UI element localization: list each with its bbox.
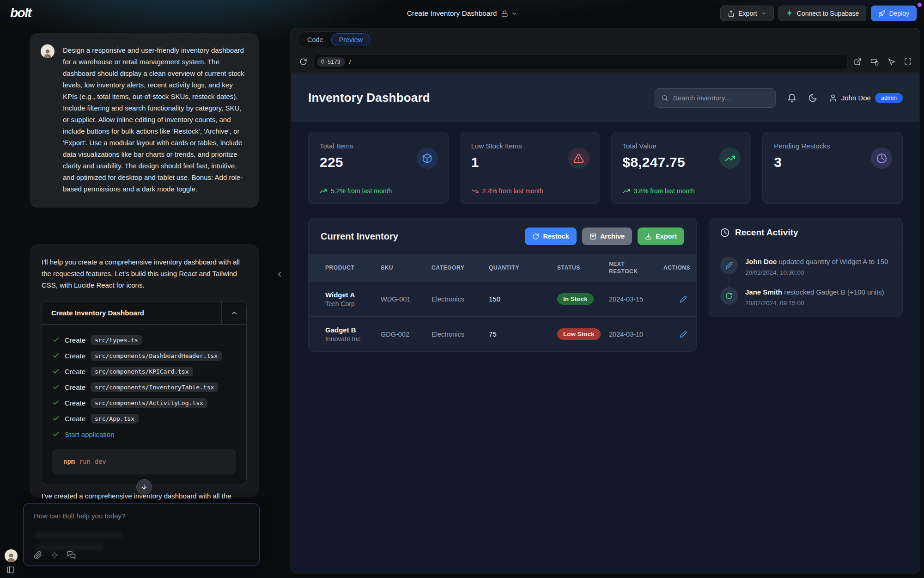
check-icon — [52, 415, 60, 422]
kpi-row: Total Items 225 5.2% from last month Low… — [308, 132, 903, 204]
rocket-icon — [878, 10, 885, 17]
account-avatar[interactable] — [5, 549, 18, 562]
attach-file-icon[interactable] — [34, 551, 43, 560]
file-pill[interactable]: src/components/DashboardHeader.tsx — [91, 351, 222, 361]
fullscreen-icon[interactable] — [904, 58, 912, 66]
trending-down-icon — [471, 187, 479, 195]
arrow-down-icon — [140, 483, 148, 491]
connect-supabase-button[interactable]: Connect to Supabase — [778, 6, 867, 21]
kpi-total-items: Total Items 225 5.2% from last month — [308, 132, 449, 204]
current-inventory-card: Current Inventory Restock Archive — [308, 218, 697, 352]
activity-item: John Doe updated quantity of Widget A to… — [720, 257, 891, 276]
blurred-suggestion — [35, 532, 122, 539]
port-badge[interactable]: 5173 — [317, 57, 345, 67]
chat-input-box[interactable] — [23, 503, 260, 566]
assistant-message: I'll help you create a comprehensive inv… — [30, 244, 259, 497]
restock-button[interactable]: Restock — [525, 228, 576, 245]
refresh-icon — [532, 233, 539, 240]
project-title-group[interactable]: Create Inventory Dashboard — [407, 0, 517, 27]
plug-icon — [320, 59, 325, 64]
create-step: Create src/components/InventoryTable.tsx — [52, 379, 236, 395]
restock-activity-icon — [720, 287, 738, 305]
check-icon — [52, 368, 60, 375]
tab-preview[interactable]: Preview — [331, 33, 371, 46]
recent-activity-card: Recent Activity John Doe updated quantit… — [709, 218, 903, 317]
check-icon — [52, 352, 60, 359]
user-menu[interactable]: John Doe admin — [829, 93, 903, 103]
edit-row-icon[interactable] — [680, 331, 687, 338]
edit-activity-icon — [720, 257, 738, 274]
status-badge: Low Stock — [557, 328, 601, 340]
responsive-devices-icon[interactable] — [870, 58, 879, 66]
inventory-search-input[interactable] — [673, 94, 769, 102]
deploy-button[interactable]: Deploy — [871, 6, 917, 21]
create-step: Create src/components/DashboardHeader.ts… — [52, 348, 236, 363]
check-icon — [52, 336, 60, 344]
dark-mode-toggle-icon[interactable] — [808, 93, 817, 103]
enhance-prompt-icon[interactable] — [50, 551, 59, 560]
notification-dot — [918, 3, 922, 7]
scroll-to-bottom-button[interactable] — [136, 479, 152, 495]
dashboard-header: Inventory Dashboard John Doe admin — [292, 74, 919, 123]
inspect-element-icon[interactable] — [888, 58, 895, 66]
tab-code[interactable]: Code — [299, 33, 331, 46]
chevron-down-icon[interactable] — [511, 11, 517, 17]
edit-row-icon[interactable] — [680, 295, 687, 303]
reload-icon[interactable] — [299, 58, 307, 66]
table-row[interactable]: Widget A Tech Corp WDG-001 Electronics 1… — [309, 281, 696, 316]
table-header-row: Product SKU Category Quantity Status Nex… — [309, 254, 696, 281]
bolt-logo: bolt — [10, 6, 31, 20]
user-message: Design a responsive and user-friendly in… — [30, 33, 259, 208]
file-pill[interactable]: src/components/KPICard.tsx — [91, 367, 193, 376]
create-step: Create src/App.tsx — [52, 411, 236, 426]
file-pill[interactable]: src/components/InventoryTable.tsx — [91, 382, 218, 392]
workbench: Code Preview 5173 / Inve — [291, 28, 920, 573]
archive-button[interactable]: Archive — [582, 228, 632, 245]
preview-url-bar: 5173 / — [291, 51, 920, 73]
export-button[interactable]: Export — [720, 6, 773, 21]
chat-mode-icon[interactable] — [67, 551, 76, 560]
activity-item: Jane Smith restocked Gadget B (+100 unit… — [720, 287, 891, 307]
collapse-actions-button[interactable] — [221, 301, 246, 324]
address-input[interactable]: 5173 / — [313, 55, 848, 69]
chevron-down-icon — [761, 11, 766, 16]
actions-card-title: Create Inventory Dashboard — [42, 301, 221, 324]
export-csv-button[interactable]: Export — [638, 228, 684, 245]
supabase-icon — [786, 9, 793, 18]
share-icon — [728, 10, 735, 17]
kpi-pending-restocks: Pending Restocks 3 — [762, 132, 903, 204]
top-bar: bolt Create Inventory Dashboard Export C… — [0, 0, 924, 27]
blurred-suggestion — [35, 544, 104, 551]
url-path: / — [349, 58, 351, 65]
create-step: Create src/types.ts — [52, 332, 236, 348]
user-name: John Doe — [841, 94, 871, 102]
user-avatar — [41, 44, 55, 58]
dashboard-title: Inventory Dashboard — [308, 91, 430, 105]
chevron-up-icon — [231, 309, 238, 317]
file-pill[interactable]: src/components/ActivityLog.tsx — [91, 398, 207, 408]
status-badge: In Stock — [557, 293, 594, 305]
project-title: Create Inventory Dashboard — [407, 9, 497, 18]
role-badge: admin — [875, 93, 903, 103]
clock-icon — [871, 148, 892, 169]
terminal-command: npm run dev — [52, 449, 236, 474]
check-icon — [52, 383, 60, 391]
start-application-link[interactable]: Start application — [65, 430, 115, 438]
open-external-icon[interactable] — [854, 58, 862, 66]
activity-title: Recent Activity — [735, 228, 798, 238]
notifications-bell-icon[interactable] — [787, 93, 796, 103]
inventory-title: Current Inventory — [321, 231, 398, 242]
assistant-followup-text: I've created a comprehensive inventory d… — [42, 492, 259, 500]
file-pill[interactable]: src/App.tsx — [91, 414, 139, 424]
toggle-sidebar-icon[interactable] — [6, 566, 14, 574]
check-icon — [52, 430, 60, 438]
start-application-step: Start application — [52, 426, 236, 442]
collapse-chat-button[interactable] — [275, 270, 284, 278]
inventory-search-box[interactable] — [655, 88, 776, 108]
trending-up-icon — [320, 187, 327, 195]
clock-icon — [720, 228, 729, 237]
user-message-text: Design a responsive and user-friendly in… — [63, 44, 247, 195]
table-row[interactable]: Gadget B Innovate Inc GDG-002 Electronic… — [309, 316, 696, 351]
file-pill[interactable]: src/types.ts — [91, 335, 142, 345]
activity-timestamp: 20/02/2024, 09:15:00 — [745, 300, 884, 307]
